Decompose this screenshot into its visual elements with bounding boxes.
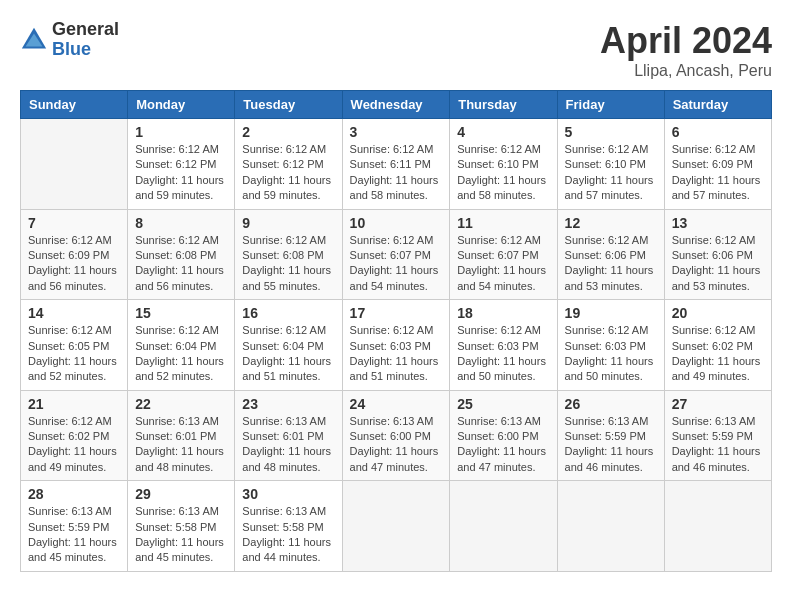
day-info: Sunrise: 6:13 AM Sunset: 5:59 PM Dayligh…	[565, 414, 657, 476]
daylight-text: Daylight: 11 hours and 50 minutes.	[565, 355, 654, 382]
sunset-text: Sunset: 6:05 PM	[28, 340, 109, 352]
sunrise-text: Sunrise: 6:12 AM	[672, 234, 756, 246]
sunrise-text: Sunrise: 6:12 AM	[565, 324, 649, 336]
day-info: Sunrise: 6:12 AM Sunset: 6:04 PM Dayligh…	[242, 323, 334, 385]
sunset-text: Sunset: 6:01 PM	[135, 430, 216, 442]
day-number: 10	[350, 215, 443, 231]
day-number: 27	[672, 396, 764, 412]
calendar-header-day: Tuesday	[235, 91, 342, 119]
calendar-cell: 3 Sunrise: 6:12 AM Sunset: 6:11 PM Dayli…	[342, 119, 450, 210]
sunrise-text: Sunrise: 6:12 AM	[350, 143, 434, 155]
day-info: Sunrise: 6:12 AM Sunset: 6:08 PM Dayligh…	[135, 233, 227, 295]
sunrise-text: Sunrise: 6:12 AM	[672, 324, 756, 336]
day-number: 3	[350, 124, 443, 140]
daylight-text: Daylight: 11 hours and 53 minutes.	[672, 264, 761, 291]
calendar-header-day: Thursday	[450, 91, 557, 119]
daylight-text: Daylight: 11 hours and 59 minutes.	[242, 174, 331, 201]
daylight-text: Daylight: 11 hours and 45 minutes.	[28, 536, 117, 563]
calendar-header-day: Friday	[557, 91, 664, 119]
day-number: 6	[672, 124, 764, 140]
day-number: 9	[242, 215, 334, 231]
day-info: Sunrise: 6:12 AM Sunset: 6:09 PM Dayligh…	[28, 233, 120, 295]
day-number: 5	[565, 124, 657, 140]
daylight-text: Daylight: 11 hours and 52 minutes.	[135, 355, 224, 382]
calendar-cell	[557, 481, 664, 572]
daylight-text: Daylight: 11 hours and 52 minutes.	[28, 355, 117, 382]
sunrise-text: Sunrise: 6:12 AM	[135, 324, 219, 336]
calendar-week-row: 14 Sunrise: 6:12 AM Sunset: 6:05 PM Dayl…	[21, 300, 772, 391]
daylight-text: Daylight: 11 hours and 55 minutes.	[242, 264, 331, 291]
day-info: Sunrise: 6:12 AM Sunset: 6:09 PM Dayligh…	[672, 142, 764, 204]
calendar-week-row: 7 Sunrise: 6:12 AM Sunset: 6:09 PM Dayli…	[21, 209, 772, 300]
daylight-text: Daylight: 11 hours and 54 minutes.	[457, 264, 546, 291]
day-info: Sunrise: 6:13 AM Sunset: 6:01 PM Dayligh…	[135, 414, 227, 476]
sunrise-text: Sunrise: 6:12 AM	[135, 234, 219, 246]
calendar-table: SundayMondayTuesdayWednesdayThursdayFrid…	[20, 90, 772, 572]
day-number: 7	[28, 215, 120, 231]
calendar-cell: 6 Sunrise: 6:12 AM Sunset: 6:09 PM Dayli…	[664, 119, 771, 210]
day-number: 29	[135, 486, 227, 502]
sunset-text: Sunset: 6:02 PM	[672, 340, 753, 352]
calendar-cell: 28 Sunrise: 6:13 AM Sunset: 5:59 PM Dayl…	[21, 481, 128, 572]
sunrise-text: Sunrise: 6:13 AM	[457, 415, 541, 427]
sunrise-text: Sunrise: 6:12 AM	[565, 143, 649, 155]
calendar-cell	[664, 481, 771, 572]
daylight-text: Daylight: 11 hours and 49 minutes.	[672, 355, 761, 382]
calendar-cell: 8 Sunrise: 6:12 AM Sunset: 6:08 PM Dayli…	[128, 209, 235, 300]
day-info: Sunrise: 6:12 AM Sunset: 6:07 PM Dayligh…	[350, 233, 443, 295]
daylight-text: Daylight: 11 hours and 58 minutes.	[350, 174, 439, 201]
day-number: 4	[457, 124, 549, 140]
daylight-text: Daylight: 11 hours and 57 minutes.	[565, 174, 654, 201]
page-header: General Blue April 2024 Llipa, Ancash, P…	[20, 20, 772, 80]
calendar-cell: 25 Sunrise: 6:13 AM Sunset: 6:00 PM Dayl…	[450, 390, 557, 481]
sunrise-text: Sunrise: 6:13 AM	[350, 415, 434, 427]
day-number: 25	[457, 396, 549, 412]
daylight-text: Daylight: 11 hours and 49 minutes.	[28, 445, 117, 472]
daylight-text: Daylight: 11 hours and 56 minutes.	[135, 264, 224, 291]
title-block: April 2024 Llipa, Ancash, Peru	[600, 20, 772, 80]
sunset-text: Sunset: 6:08 PM	[242, 249, 323, 261]
day-info: Sunrise: 6:12 AM Sunset: 6:02 PM Dayligh…	[28, 414, 120, 476]
daylight-text: Daylight: 11 hours and 54 minutes.	[350, 264, 439, 291]
day-number: 21	[28, 396, 120, 412]
day-info: Sunrise: 6:12 AM Sunset: 6:07 PM Dayligh…	[457, 233, 549, 295]
sunrise-text: Sunrise: 6:12 AM	[565, 234, 649, 246]
day-info: Sunrise: 6:13 AM Sunset: 6:00 PM Dayligh…	[350, 414, 443, 476]
sunrise-text: Sunrise: 6:12 AM	[350, 324, 434, 336]
daylight-text: Daylight: 11 hours and 45 minutes.	[135, 536, 224, 563]
calendar-header-day: Monday	[128, 91, 235, 119]
daylight-text: Daylight: 11 hours and 53 minutes.	[565, 264, 654, 291]
day-number: 26	[565, 396, 657, 412]
month-title: April 2024	[600, 20, 772, 62]
daylight-text: Daylight: 11 hours and 56 minutes.	[28, 264, 117, 291]
day-number: 2	[242, 124, 334, 140]
day-info: Sunrise: 6:12 AM Sunset: 6:03 PM Dayligh…	[457, 323, 549, 385]
calendar-cell: 14 Sunrise: 6:12 AM Sunset: 6:05 PM Dayl…	[21, 300, 128, 391]
sunrise-text: Sunrise: 6:12 AM	[457, 324, 541, 336]
day-number: 1	[135, 124, 227, 140]
day-info: Sunrise: 6:12 AM Sunset: 6:12 PM Dayligh…	[242, 142, 334, 204]
logo-blue-text: Blue	[52, 40, 119, 60]
day-info: Sunrise: 6:12 AM Sunset: 6:06 PM Dayligh…	[565, 233, 657, 295]
sunset-text: Sunset: 5:58 PM	[135, 521, 216, 533]
sunset-text: Sunset: 6:09 PM	[28, 249, 109, 261]
day-info: Sunrise: 6:13 AM Sunset: 5:58 PM Dayligh…	[135, 504, 227, 566]
sunset-text: Sunset: 6:00 PM	[457, 430, 538, 442]
daylight-text: Daylight: 11 hours and 46 minutes.	[672, 445, 761, 472]
day-number: 12	[565, 215, 657, 231]
sunrise-text: Sunrise: 6:12 AM	[28, 234, 112, 246]
sunset-text: Sunset: 6:12 PM	[242, 158, 323, 170]
calendar-body: 1 Sunrise: 6:12 AM Sunset: 6:12 PM Dayli…	[21, 119, 772, 572]
daylight-text: Daylight: 11 hours and 48 minutes.	[242, 445, 331, 472]
calendar-cell: 7 Sunrise: 6:12 AM Sunset: 6:09 PM Dayli…	[21, 209, 128, 300]
calendar-cell: 24 Sunrise: 6:13 AM Sunset: 6:00 PM Dayl…	[342, 390, 450, 481]
day-info: Sunrise: 6:12 AM Sunset: 6:04 PM Dayligh…	[135, 323, 227, 385]
sunset-text: Sunset: 6:12 PM	[135, 158, 216, 170]
day-info: Sunrise: 6:12 AM Sunset: 6:03 PM Dayligh…	[350, 323, 443, 385]
daylight-text: Daylight: 11 hours and 47 minutes.	[350, 445, 439, 472]
sunset-text: Sunset: 6:10 PM	[457, 158, 538, 170]
day-number: 18	[457, 305, 549, 321]
daylight-text: Daylight: 11 hours and 51 minutes.	[350, 355, 439, 382]
calendar-cell: 13 Sunrise: 6:12 AM Sunset: 6:06 PM Dayl…	[664, 209, 771, 300]
day-number: 15	[135, 305, 227, 321]
